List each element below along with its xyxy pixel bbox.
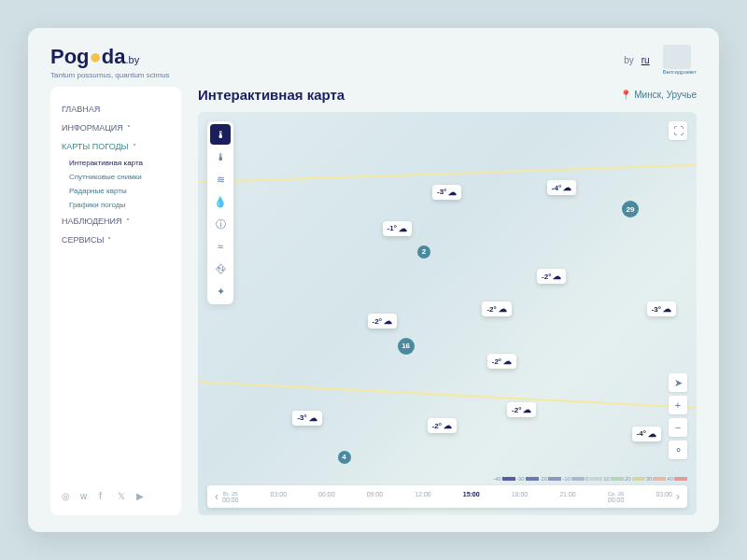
map-toolbar: 🌡 🌡 ≋ 💧 ⓘ ≈ ⛗ ✦ bbox=[207, 121, 233, 304]
instagram-icon[interactable]: ◎ bbox=[62, 491, 73, 502]
timeline: ‹ Вт. 2500:0003:0006:0009:0012:0015:0018… bbox=[207, 485, 687, 508]
tool-precipitation[interactable]: 💧 bbox=[210, 191, 231, 212]
time-slot[interactable]: 03:00 bbox=[655, 491, 672, 503]
language-switcher: by ru bbox=[624, 55, 649, 65]
social-links: ◎ w f 𝕏 ▶ bbox=[62, 491, 170, 502]
logo-text: Pog●da.by bbox=[50, 45, 170, 69]
pin-icon: 📍 bbox=[620, 90, 631, 100]
lang-ru[interactable]: ru bbox=[641, 55, 650, 65]
page-title: Интерактивная карта bbox=[198, 87, 345, 103]
tool-wind[interactable]: ≋ bbox=[210, 169, 231, 189]
header-right: by ru Белгидромет bbox=[624, 45, 697, 75]
tagline: Tantum possumus, quantum scimus bbox=[50, 71, 170, 79]
header: Pog●da.by Tantum possumus, quantum scimu… bbox=[50, 45, 697, 79]
temp-marker[interactable]: -3°☁ bbox=[292, 411, 321, 426]
time-slot[interactable]: 15:00 bbox=[463, 491, 480, 503]
temp-marker[interactable]: -2°☁ bbox=[428, 418, 457, 433]
tool-thermometer[interactable]: 🌡 bbox=[210, 147, 231, 167]
nav-sub-satellite[interactable]: Спутниковые снимки bbox=[62, 170, 170, 184]
cluster-marker[interactable]: 29 bbox=[622, 201, 639, 217]
temp-marker[interactable]: -2°☁ bbox=[482, 301, 511, 316]
nav-weather-maps[interactable]: КАРТЫ ПОГОДЫ˄ bbox=[62, 137, 170, 156]
zoom-out-button[interactable]: − bbox=[669, 418, 687, 437]
nav-main[interactable]: ГЛАВНАЯ bbox=[62, 100, 170, 119]
temp-marker[interactable]: -1°☁ bbox=[383, 221, 412, 236]
temp-marker[interactable]: -2°☁ bbox=[368, 314, 397, 329]
time-slot[interactable]: 03:00 bbox=[271, 491, 288, 503]
time-slot[interactable]: Ср. 2600:00 bbox=[608, 491, 625, 503]
app-window: Pog●da.by Tantum possumus, quantum scimu… bbox=[28, 28, 719, 532]
twitter-icon[interactable]: 𝕏 bbox=[118, 491, 129, 502]
map[interactable]: 🌡 🌡 ≋ 💧 ⓘ ≈ ⛗ ✦ ⛶ ➤ + − ⚬ -3°☁-1°☁-2°☁-2… bbox=[198, 112, 697, 515]
temp-marker[interactable]: -3°☁ bbox=[647, 301, 676, 316]
temp-marker[interactable]: -3°☁ bbox=[432, 185, 461, 200]
map-controls-top: ⛶ bbox=[669, 121, 687, 140]
cluster-marker[interactable]: 2 bbox=[417, 245, 430, 259]
time-slot[interactable]: 18:00 bbox=[512, 491, 529, 503]
map-controls-bottom: ➤ + − ⚬ bbox=[669, 373, 687, 459]
nav-sub-graphs[interactable]: Графики погоды bbox=[62, 198, 170, 212]
facebook-icon[interactable]: f bbox=[99, 491, 110, 502]
cluster-marker[interactable]: 4 bbox=[338, 451, 351, 464]
nav-info[interactable]: ИНФОРМАЦИЯ˅ bbox=[62, 119, 170, 137]
fullscreen-button[interactable]: ⛶ bbox=[669, 121, 687, 140]
chevron-up-icon: ˄ bbox=[133, 143, 136, 151]
tool-road[interactable]: ⛗ bbox=[210, 259, 231, 279]
time-slot[interactable]: 06:00 bbox=[318, 491, 335, 503]
locate-button[interactable]: ➤ bbox=[669, 373, 687, 392]
time-slot[interactable]: Вт. 2500:00 bbox=[222, 491, 239, 503]
location-display[interactable]: 📍Минск, Уручье bbox=[620, 90, 697, 100]
time-slot[interactable]: 21:00 bbox=[559, 491, 576, 503]
temp-marker[interactable]: -2°☁ bbox=[487, 354, 516, 369]
time-slot[interactable]: 09:00 bbox=[367, 491, 384, 503]
share-button[interactable]: ⚬ bbox=[669, 441, 687, 459]
nav-sub-interactive-map[interactable]: Интерактивная карта bbox=[62, 156, 170, 170]
time-slot[interactable]: 12:00 bbox=[415, 491, 431, 503]
lang-by[interactable]: by bbox=[624, 55, 634, 65]
nav-services[interactable]: СЕРВИСЫ˅ bbox=[62, 231, 170, 249]
temperature-legend: -40-30-20-10010203040 bbox=[492, 476, 687, 482]
chevron-down-icon: ˅ bbox=[127, 124, 131, 133]
org-block[interactable]: Белгидромет bbox=[663, 45, 697, 75]
tool-waves[interactable]: ≈ bbox=[210, 236, 231, 257]
chevron-down-icon: ˅ bbox=[107, 236, 111, 245]
nav-sub-radar[interactable]: Радарные карты bbox=[62, 184, 170, 198]
timeline-slots: Вт. 2500:0003:0006:0009:0012:0015:0018:0… bbox=[222, 491, 672, 503]
temp-marker[interactable]: -2°☁ bbox=[507, 402, 536, 417]
main: Интерактивная карта 📍Минск, Уручье 🌡 🌡 ≋… bbox=[198, 87, 697, 515]
org-logo-icon bbox=[663, 45, 691, 69]
youtube-icon[interactable]: ▶ bbox=[136, 491, 148, 502]
logo[interactable]: Pog●da.by Tantum possumus, quantum scimu… bbox=[50, 45, 170, 79]
nav-observations[interactable]: НАБЛЮДЕНИЯ˅ bbox=[62, 212, 170, 231]
tool-wildlife[interactable]: ✦ bbox=[210, 281, 231, 301]
cluster-marker[interactable]: 16 bbox=[398, 338, 415, 355]
temp-marker[interactable]: -4°☁ bbox=[547, 180, 576, 195]
zoom-in-button[interactable]: + bbox=[669, 396, 687, 414]
timeline-next[interactable]: › bbox=[676, 490, 680, 503]
body: ГЛАВНАЯ ИНФОРМАЦИЯ˅ КАРТЫ ПОГОДЫ˄ Интера… bbox=[50, 87, 697, 515]
temp-marker[interactable]: -4°☁ bbox=[632, 427, 661, 441]
chevron-down-icon: ˅ bbox=[126, 217, 130, 226]
vk-icon[interactable]: w bbox=[80, 491, 92, 502]
timeline-prev[interactable]: ‹ bbox=[215, 490, 218, 503]
sidebar: ГЛАВНАЯ ИНФОРМАЦИЯ˅ КАРТЫ ПОГОДЫ˄ Интера… bbox=[50, 87, 181, 515]
main-header: Интерактивная карта 📍Минск, Уручье bbox=[198, 87, 697, 103]
tool-temperature[interactable]: 🌡 bbox=[210, 124, 231, 145]
temp-marker[interactable]: -2°☁ bbox=[537, 269, 566, 284]
org-text: Белгидромет bbox=[663, 69, 697, 75]
tool-info[interactable]: ⓘ bbox=[210, 214, 231, 234]
